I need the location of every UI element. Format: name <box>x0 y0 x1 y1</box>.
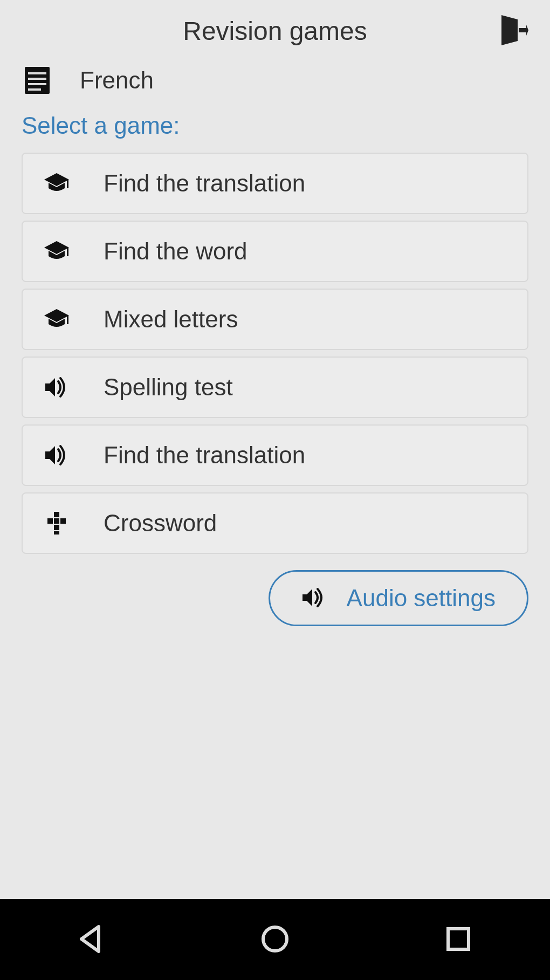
grad-cap-icon <box>43 238 70 265</box>
recent-icon <box>442 949 475 957</box>
select-game-label: Select a game: <box>0 109 550 153</box>
nav-home-button[interactable] <box>248 912 302 968</box>
svg-rect-5 <box>67 180 68 188</box>
svg-rect-1 <box>28 72 46 74</box>
game-item-label: Find the translation <box>104 442 305 469</box>
game-item-5[interactable]: Crossword <box>22 492 528 554</box>
svg-rect-4 <box>28 88 41 91</box>
crossword-icon <box>43 510 70 537</box>
svg-rect-15 <box>448 929 469 949</box>
game-item-label: Find the translation <box>104 170 305 197</box>
game-item-4[interactable]: Find the translation <box>22 424 528 486</box>
exit-button[interactable] <box>498 13 528 49</box>
volume-icon <box>43 442 70 469</box>
svg-rect-10 <box>54 518 59 524</box>
game-item-label: Mixed letters <box>104 306 238 333</box>
svg-rect-13 <box>54 531 59 534</box>
nav-recent-button[interactable] <box>431 912 486 968</box>
grad-cap-icon <box>43 306 70 333</box>
audio-settings-label: Audio settings <box>347 585 496 612</box>
volume-icon <box>43 374 70 401</box>
svg-rect-3 <box>28 83 46 85</box>
language-label: French <box>80 67 154 94</box>
svg-rect-8 <box>54 512 59 517</box>
svg-point-14 <box>263 927 287 951</box>
game-item-2[interactable]: Mixed letters <box>22 289 528 350</box>
game-item-label: Spelling test <box>104 374 233 401</box>
volume-icon <box>301 586 325 611</box>
android-nav-bar <box>0 899 550 980</box>
back-icon <box>75 949 108 957</box>
game-item-3[interactable]: Spelling test <box>22 357 528 418</box>
svg-rect-7 <box>67 316 68 324</box>
svg-rect-11 <box>60 518 66 524</box>
game-item-0[interactable]: Find the translation <box>22 153 528 214</box>
exit-icon <box>498 41 528 49</box>
game-item-label: Crossword <box>104 510 217 537</box>
nav-back-button[interactable] <box>64 912 119 968</box>
language-selector[interactable]: French <box>0 57 550 109</box>
grad-cap-icon <box>43 170 70 197</box>
game-item-label: Find the word <box>104 238 248 265</box>
svg-rect-9 <box>47 518 53 524</box>
book-icon <box>22 65 53 96</box>
home-icon <box>258 949 292 957</box>
svg-rect-6 <box>67 248 68 256</box>
game-item-1[interactable]: Find the word <box>22 221 528 282</box>
page-title: Revision games <box>22 16 528 46</box>
svg-rect-12 <box>54 525 59 530</box>
svg-rect-2 <box>28 78 46 80</box>
audio-settings-button[interactable]: Audio settings <box>269 570 528 626</box>
